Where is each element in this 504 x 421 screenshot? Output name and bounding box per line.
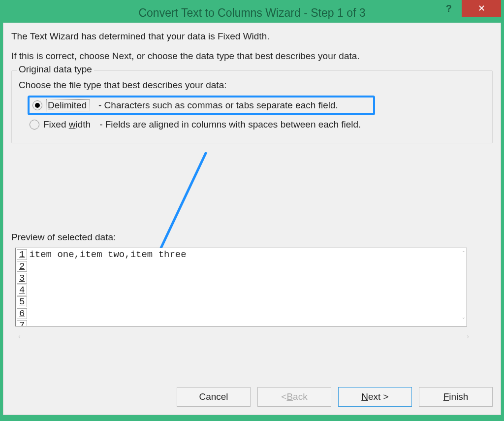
preview-table: 1item one,item two,item three 2 3 4 5 6 … [16,248,189,326]
preview-label: Preview of selected data: [11,232,493,243]
close-button[interactable]: ✕ [462,0,501,17]
delimited-radio-highlight: Delimited - Characters such as commas or… [28,96,375,115]
scroll-up-icon[interactable]: ˆ [463,250,465,258]
delimited-radio[interactable] [32,100,42,110]
preview-row: 7 [17,320,188,326]
original-data-type-fieldset: Original data type Choose the file type … [11,70,493,143]
choose-text: Choose the file type that best describes… [19,80,487,91]
preview-row: 6 [17,308,188,319]
preview-row: 4 [17,285,188,295]
title-bar: Convert Text to Columns Wizard - Step 1 … [3,3,501,23]
dialog-title: Convert Text to Columns Wizard - Step 1 … [138,6,365,20]
fixed-width-radio-desc: - Fields are aligned in columns with spa… [99,119,361,130]
fieldset-legend: Original data type [17,64,94,75]
delimited-radio-label[interactable]: Delimited [46,99,90,111]
cancel-button[interactable]: Cancel [177,387,251,407]
help-button[interactable]: ? [446,3,452,14]
scroll-right-icon[interactable]: › [467,332,469,340]
finish-button[interactable]: Finish [419,387,493,407]
button-row: Cancel < Back Next > Finish [177,387,493,407]
horizontal-scroll: ‹ › [18,332,469,340]
preview-row: 5 [17,296,188,307]
back-button: < Back [257,387,331,407]
preview-box: 1item one,item two,item three 2 3 4 5 6 … [15,248,467,326]
scroll-down-icon[interactable]: ˇ [463,317,465,324]
scroll-left-icon[interactable]: ‹ [18,332,21,340]
delimited-radio-desc: - Characters such as commas or tabs sepa… [98,100,338,111]
preview-row: 1item one,item two,item three [17,249,188,260]
next-button[interactable]: Next > [338,387,412,407]
preview-row: 3 [17,273,188,284]
fixed-width-radio-row: Fixed width - Fields are aligned in colu… [30,119,487,130]
dialog-content: The Text Wizard has determined that your… [3,23,501,415]
fixed-width-radio[interactable] [30,120,39,130]
intro-text: The Text Wizard has determined that your… [11,31,493,42]
preview-row: 2 [17,261,188,272]
fixed-width-radio-label[interactable]: Fixed width [43,119,91,130]
sub-text: If this is correct, choose Next, or choo… [11,51,493,62]
